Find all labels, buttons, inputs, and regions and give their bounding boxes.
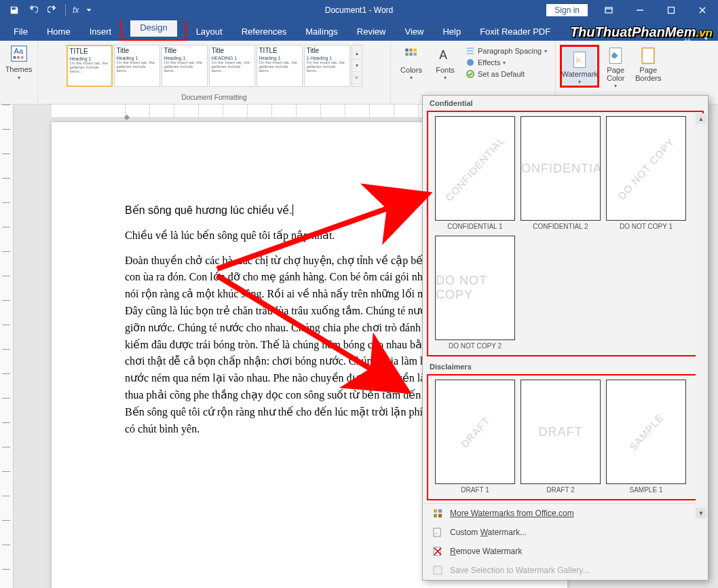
- svg-rect-23: [642, 48, 654, 64]
- watermark-option-confidential-1[interactable]: CONFIDENTIALCONFIDENTIAL 1: [435, 116, 515, 230]
- svg-text:A: A: [439, 48, 447, 62]
- svg-rect-14: [405, 53, 408, 56]
- style-set-0[interactable]: TITLEHeading 1On the Insert tab, the gal…: [67, 45, 113, 87]
- minimize-button[interactable]: [624, 0, 656, 20]
- svg-rect-8: [13, 56, 16, 59]
- svg-rect-1: [668, 7, 675, 14]
- svg-rect-10: [20, 56, 23, 59]
- svg-rect-26: [434, 514, 437, 517]
- tab-view[interactable]: View: [395, 22, 433, 41]
- page-borders-button[interactable]: Page Borders: [632, 43, 664, 82]
- sign-in-button[interactable]: Sign in: [546, 4, 588, 16]
- watermark-section-confidential: Confidential: [423, 96, 708, 109]
- style-set-1[interactable]: TitleHeading 1On the Insert tab, the gal…: [114, 45, 160, 87]
- svg-text:A: A: [434, 530, 438, 536]
- watermark-option-do-not-copy-1[interactable]: DO NOT COPYDO NOT COPY 1: [606, 116, 686, 230]
- watermark-grid-confidential: CONFIDENTIALCONFIDENTIAL 1CONFIDENTIALCO…: [427, 111, 704, 356]
- watermark-button[interactable]: A Watermark▾: [563, 48, 596, 85]
- svg-rect-15: [409, 53, 412, 56]
- svg-rect-25: [438, 509, 442, 513]
- tab-help[interactable]: Help: [433, 22, 470, 41]
- save-to-gallery-item: Save Selection to Watermark Gallery...: [423, 561, 708, 580]
- fonts-button[interactable]: A Fonts▾: [429, 43, 461, 81]
- style-set-5[interactable]: Title1 Heading 1On the Insert tab, the g…: [304, 45, 350, 87]
- watermark-menu: More Watermarks from Office.com A Custom…: [423, 503, 708, 580]
- tell-me-icon[interactable]: [683, 31, 692, 41]
- title-bar: fx Document1 - Word Sign in: [0, 0, 718, 20]
- watermark-option-draft-2[interactable]: DRAFTDRAFT 2: [521, 380, 601, 494]
- style-set-2[interactable]: TitleHeading 1On the Insert tab, the gal…: [162, 45, 208, 87]
- colors-button[interactable]: Colors▾: [395, 43, 428, 81]
- svg-rect-12: [409, 49, 412, 52]
- window-title: Document1 - Word: [325, 5, 393, 15]
- svg-rect-27: [438, 514, 442, 517]
- svg-rect-11: [405, 49, 408, 52]
- tab-foxit[interactable]: Foxit Reader PDF: [470, 22, 560, 41]
- set-default-button[interactable]: Set as Default: [466, 69, 547, 79]
- maximize-button[interactable]: [656, 0, 687, 20]
- watermark-option-do-not-copy-2[interactable]: DO NOT COPYDO NOT COPY 2: [435, 236, 515, 350]
- watermark-option-draft-1[interactable]: DRAFTDRAFT 1: [435, 380, 515, 494]
- svg-point-18: [467, 59, 474, 66]
- tab-mailings[interactable]: Mailings: [296, 22, 347, 41]
- svg-rect-31: [434, 566, 442, 574]
- ribbon-display-options[interactable]: [593, 0, 624, 20]
- tab-home[interactable]: Home: [37, 22, 80, 41]
- tab-review[interactable]: Review: [347, 22, 396, 41]
- save-button[interactable]: [5, 1, 23, 19]
- tab-design[interactable]: Design: [130, 18, 176, 37]
- effects-button[interactable]: Effects ▾: [466, 58, 547, 67]
- svg-rect-24: [434, 509, 437, 513]
- watermark-gallery-panel: Confidential CONFIDENTIALCONFIDENTIAL 1C…: [422, 95, 708, 581]
- vertical-ruler[interactable]: [0, 105, 14, 588]
- remove-watermark-item[interactable]: Remove Watermark: [423, 542, 708, 561]
- svg-rect-0: [605, 7, 612, 13]
- svg-text:Aa: Aa: [14, 47, 24, 55]
- more-watermarks-item[interactable]: More Watermarks from Office.com: [423, 504, 708, 523]
- watermark-scrollbar[interactable]: ▲▼: [696, 113, 706, 519]
- watermark-section-disclaimers: Disclaimers: [423, 359, 708, 373]
- qat-customize[interactable]: [80, 1, 98, 19]
- redo-button[interactable]: [43, 1, 61, 19]
- tab-file[interactable]: File: [4, 22, 37, 41]
- close-button[interactable]: [687, 0, 718, 20]
- paragraph-spacing-button[interactable]: Paragraph Spacing ▾: [466, 46, 547, 56]
- undo-button[interactable]: [24, 1, 42, 19]
- style-gallery-more[interactable]: ▴▾≡: [352, 45, 362, 87]
- watermark-option-confidential-2[interactable]: CONFIDENTIALCONFIDENTIAL 2: [521, 116, 601, 230]
- watermark-option-sample-1[interactable]: SAMPLESAMPLE 1: [606, 380, 686, 494]
- style-set-3[interactable]: TitleHEADING 1On the Insert tab, the gal…: [209, 45, 255, 87]
- svg-rect-16: [414, 53, 417, 56]
- svg-point-2: [685, 33, 690, 37]
- themes-button[interactable]: Aa Themes▾: [3, 43, 35, 81]
- svg-rect-13: [414, 49, 417, 52]
- share-icon[interactable]: [699, 31, 708, 41]
- style-set-4[interactable]: TITLEHeading 1On the Insert tab, the gal…: [257, 45, 303, 87]
- custom-watermark-item[interactable]: A Custom Watermark...: [423, 523, 708, 542]
- page-color-button[interactable]: Page Color▾: [599, 43, 632, 89]
- ribbon-tabs: File Home Insert Design Layout Reference…: [0, 20, 718, 41]
- svg-rect-9: [17, 56, 20, 59]
- tab-references[interactable]: References: [232, 22, 296, 41]
- tab-insert[interactable]: Insert: [80, 22, 121, 41]
- document-formatting-gallery[interactable]: TITLEHeading 1On the Insert tab, the gal…: [38, 41, 391, 104]
- tab-layout[interactable]: Layout: [187, 22, 232, 41]
- watermark-grid-disclaimers: DRAFTDRAFT 1DRAFTDRAFT 2SAMPLESAMPLE 1: [427, 374, 704, 500]
- formula-bar-label: fx: [70, 5, 79, 15]
